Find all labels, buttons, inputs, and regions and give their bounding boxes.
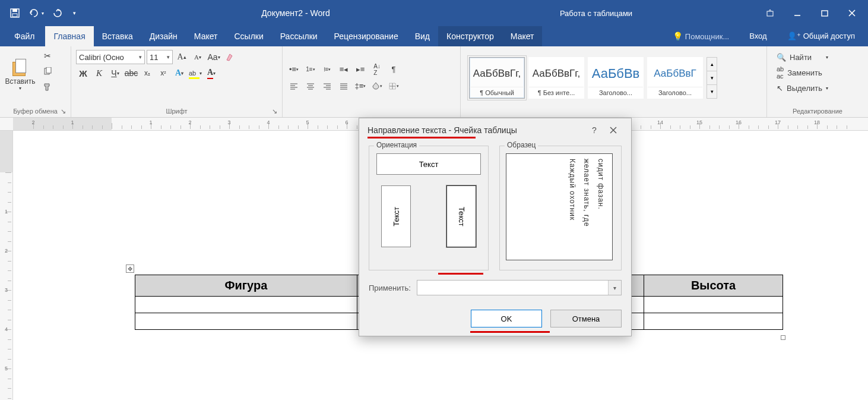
style-no-spacing[interactable]: АаБбВвГг, ¶ Без инте... — [528, 57, 584, 99]
strikethrough-icon[interactable]: abc — [124, 66, 138, 80]
help-icon[interactable]: ? — [585, 121, 604, 140]
dialog-title: Направление текста - Ячейка таблицы — [368, 125, 517, 135]
tab-constructor[interactable]: Конструктор — [438, 26, 502, 46]
apply-to-combo[interactable]: ▾ — [417, 280, 622, 295]
tab-review[interactable]: Рецензирование — [326, 26, 407, 46]
tab-view[interactable]: Вид — [407, 26, 438, 46]
format-painter-icon[interactable] — [40, 80, 55, 94]
select-button[interactable]: ↖Выделить▾ — [774, 81, 831, 95]
grow-font-icon[interactable]: A▴ — [175, 50, 189, 64]
italic-icon[interactable]: К — [92, 66, 106, 80]
table-header-3[interactable]: Высота — [644, 275, 783, 297]
tab-design[interactable]: Дизайн — [141, 26, 186, 46]
table-cell[interactable] — [644, 297, 783, 313]
underline-icon[interactable]: Ч▾ — [108, 66, 122, 80]
change-case-icon[interactable]: Aa▾ — [207, 50, 221, 64]
cancel-button[interactable]: Отмена — [550, 310, 622, 327]
numbering-icon[interactable]: 1≡▾ — [303, 62, 318, 77]
styles-scroll[interactable]: ▴▾▾ — [707, 57, 717, 99]
style-heading1[interactable]: АаБбВв Заголово... — [588, 57, 644, 99]
bullets-icon[interactable]: •≡▾ — [286, 62, 302, 77]
share-button[interactable]: 👤⁺Общий доступ — [779, 26, 863, 46]
align-right-icon[interactable] — [319, 78, 335, 94]
bold-icon[interactable]: Ж — [76, 66, 90, 80]
cursor-icon: ↖ — [777, 84, 783, 93]
font-size-combo[interactable]: 11▾ — [147, 50, 173, 64]
paste-button[interactable]: Вставить ▾ — [4, 49, 37, 99]
orientation-vertical-up[interactable]: Текст — [381, 185, 411, 247]
svg-rect-3 — [767, 11, 773, 16]
ribbon-display-icon[interactable] — [756, 4, 784, 22]
ruler-vertical[interactable]: 1234567 — [0, 131, 13, 400]
table-cell[interactable] — [644, 313, 783, 330]
table-header-1[interactable]: Фигура — [135, 275, 357, 297]
font-color-icon[interactable]: A▾ — [204, 66, 218, 80]
line-spacing-icon[interactable]: ‡≡▾ — [353, 78, 368, 94]
style-normal[interactable]: АаБбВвГг, ¶ Обычный — [469, 57, 525, 99]
close-icon[interactable] — [838, 4, 866, 22]
clear-formatting-icon[interactable] — [223, 50, 237, 64]
orientation-horizontal[interactable]: Текст — [376, 153, 481, 175]
svg-rect-5 — [822, 11, 828, 16]
text-direction-dialog: Направление текста - Ячейка таблицы ? Ор… — [359, 118, 632, 336]
decrease-indent-icon[interactable]: ≡◂ — [336, 62, 351, 77]
maximize-icon[interactable] — [811, 4, 838, 22]
justify-icon[interactable] — [336, 78, 351, 94]
font-name-combo[interactable]: Calibri (Осно▾ — [76, 50, 145, 64]
table-resize-handle[interactable] — [781, 335, 785, 340]
tab-table-layout[interactable]: Макет — [502, 26, 543, 46]
tab-mailings[interactable]: Рассылки — [272, 26, 326, 46]
bulb-icon: 💡 — [673, 32, 683, 41]
save-icon[interactable] — [5, 3, 25, 23]
replace-button[interactable]: abacЗаменить — [774, 65, 831, 80]
ok-button[interactable]: OK — [471, 310, 542, 327]
cut-icon[interactable]: ✂ — [40, 49, 55, 63]
sort-icon[interactable]: A↓Z — [369, 62, 385, 77]
ribbon: Вставить ▾ ✂ Буфер обмена↘ Calibri (Осно… — [0, 46, 868, 118]
apply-label: Применить: — [369, 284, 411, 292]
tell-me[interactable]: 💡Помощник... — [664, 26, 737, 46]
table-cell[interactable] — [135, 313, 357, 330]
minimize-icon[interactable] — [784, 4, 811, 22]
shrink-font-icon[interactable]: A▾ — [191, 50, 205, 64]
align-center-icon[interactable] — [303, 78, 318, 94]
table-anchor-icon[interactable]: ✥ — [126, 264, 134, 273]
align-left-icon[interactable] — [286, 78, 302, 94]
redo-icon[interactable] — [47, 3, 68, 23]
dialog-close-icon[interactable] — [604, 121, 623, 140]
shading-icon[interactable]: ▾ — [369, 78, 385, 94]
table-cell[interactable] — [135, 297, 357, 313]
tab-references[interactable]: Ссылки — [226, 26, 271, 46]
qat-customize-icon[interactable]: ▾ — [69, 3, 80, 23]
search-icon: 🔍 — [777, 53, 786, 62]
copy-icon[interactable] — [40, 64, 55, 78]
group-clipboard-label: Буфер обмена↘ — [4, 106, 67, 116]
superscript-icon[interactable]: x² — [156, 66, 170, 80]
tab-insert[interactable]: Вставка — [94, 26, 141, 46]
tab-home[interactable]: Главная — [45, 26, 93, 46]
tab-file[interactable]: Файл — [4, 26, 45, 46]
multilevel-icon[interactable]: ⁞≡▾ — [319, 62, 335, 77]
style-heading2[interactable]: АаБбВвГ Заголово... — [647, 57, 703, 99]
undo-icon[interactable]: ▾ — [26, 3, 46, 23]
show-marks-icon[interactable]: ¶ — [386, 62, 401, 77]
svg-rect-9 — [46, 67, 51, 73]
find-button[interactable]: 🔍Найти▾ — [774, 50, 831, 64]
font-launcher-icon[interactable]: ↘ — [272, 108, 277, 115]
borders-icon[interactable]: ▾ — [386, 78, 401, 94]
clipboard-launcher-icon[interactable]: ↘ — [61, 108, 66, 115]
replace-icon: abac — [777, 65, 784, 80]
increase-indent-icon[interactable]: ▸≡ — [353, 62, 368, 77]
orientation-vertical-down[interactable]: Текст — [446, 185, 476, 247]
highlight-icon[interactable]: ab▾ — [188, 66, 202, 80]
svg-rect-1 — [12, 9, 17, 12]
share-icon: 👤⁺ — [787, 32, 801, 40]
subscript-icon[interactable]: x₂ — [140, 66, 154, 80]
orientation-group: Ориентация Текст Текст Текст — [369, 146, 489, 270]
tab-layout[interactable]: Макет — [186, 26, 226, 46]
title-bar: ▾ ▾ Документ2 - Word Работа с таблицами — [0, 0, 868, 26]
svg-rect-2 — [12, 14, 17, 17]
sign-in[interactable]: Вход — [741, 26, 775, 46]
paste-icon — [11, 57, 30, 77]
text-effects-icon[interactable]: A▾ — [172, 66, 186, 80]
